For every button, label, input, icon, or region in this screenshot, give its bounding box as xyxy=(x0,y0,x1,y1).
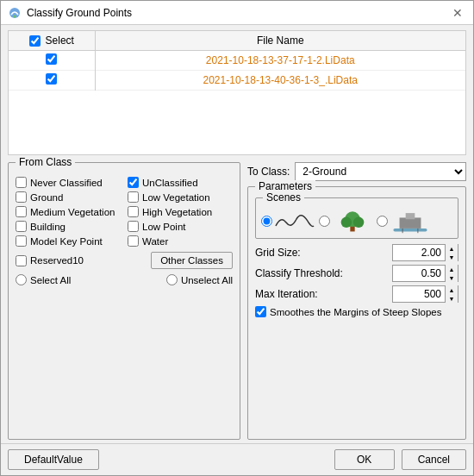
from-class-grid: Never Classified UnClassified Ground Low… xyxy=(16,177,233,247)
app-icon xyxy=(8,6,22,20)
file-table: Select File Name 2021-10-18-13-37-17-1-2… xyxy=(9,31,465,91)
from-class-fc_high_veg: High Vegetation xyxy=(128,206,233,217)
grid-size-label: Grid Size: xyxy=(255,247,301,259)
table-row: 2021-10-18-13-40-36-1-3_.LiData xyxy=(9,71,465,91)
scene-option-2 xyxy=(319,207,373,235)
from-class-legend: From Class xyxy=(16,156,75,168)
title-bar: Classify Ground Points ✕ xyxy=(1,1,473,25)
max-iteration-input-wrap: ▲ ▼ xyxy=(392,285,458,303)
from-class-fc_ground: Ground xyxy=(16,191,121,203)
max-iteration-label: Max Iteration: xyxy=(255,288,318,300)
classify-threshold-row: Classify Threshold: ▲ ▼ xyxy=(255,265,458,282)
file-table-body: 2021-10-18-13-37-17-1-2.LiData 2021-10-1… xyxy=(9,51,465,91)
col-header-filename: File Name xyxy=(95,31,465,51)
max-iteration-input[interactable] xyxy=(393,286,445,302)
select-all-radio-item: Select All xyxy=(16,274,71,285)
to-class-select[interactable]: 2-Ground1-Unclassified3-Low Vegetation4-… xyxy=(295,162,466,181)
classify-threshold-input-wrap: ▲ ▼ xyxy=(392,265,458,282)
max-iteration-down[interactable]: ▼ xyxy=(446,294,458,303)
close-button[interactable]: ✕ xyxy=(449,4,466,22)
checkbox-fc_med_veg[interactable] xyxy=(16,206,27,217)
from-class-fc_water: Water xyxy=(128,235,233,247)
scenes-panel: Scenes xyxy=(255,197,458,239)
default-value-button[interactable]: DefaultValue xyxy=(8,449,99,470)
svg-point-1 xyxy=(14,15,16,17)
smooth-label: Smoothes the Margins of Steep Slopes xyxy=(270,307,441,317)
from-class-fc_med_veg: Medium Vegetation xyxy=(16,206,121,217)
checkbox-fc_ground[interactable] xyxy=(16,191,27,203)
parameters-panel: Parameters Scenes xyxy=(247,186,466,440)
scene-option-3 xyxy=(377,207,431,235)
other-classes-button[interactable]: Other Classes xyxy=(151,252,233,269)
checkbox-fc_low_veg[interactable] xyxy=(128,191,139,203)
max-iteration-spinner: ▲ ▼ xyxy=(445,285,458,303)
from-class-fc_low_veg: Low Vegetation xyxy=(128,191,233,203)
classify-threshold-down[interactable]: ▼ xyxy=(446,273,458,282)
unselect-all-radio-item: Unselect All xyxy=(166,274,233,285)
ok-button[interactable]: OK xyxy=(334,449,395,470)
cancel-button[interactable]: Cancel xyxy=(402,449,466,470)
scene-icon-2 xyxy=(332,207,373,235)
grid-size-down[interactable]: ▼ xyxy=(446,253,458,261)
svg-rect-8 xyxy=(393,229,427,232)
from-class-fc_building: Building xyxy=(16,221,121,232)
main-window: Classify Ground Points ✕ Select File Nam… xyxy=(0,0,474,476)
title-bar-left: Classify Ground Points xyxy=(8,6,132,20)
max-iteration-up[interactable]: ▲ xyxy=(446,285,458,294)
bottom-section: From Class Never Classified UnClassified… xyxy=(1,159,473,443)
svg-rect-6 xyxy=(400,217,421,228)
window-title: Classify Ground Points xyxy=(27,7,132,19)
classify-threshold-spinner: ▲ ▼ xyxy=(445,265,458,282)
scenes-legend: Scenes xyxy=(263,191,304,204)
unselect-all-radio[interactable] xyxy=(166,274,178,285)
classify-threshold-label: Classify Threshold: xyxy=(255,267,343,279)
table-row: 2021-10-18-13-37-17-1-2.LiData xyxy=(9,51,465,71)
scene-radio-2[interactable] xyxy=(319,216,330,227)
col-header-select: Select xyxy=(9,31,95,51)
parameters-legend: Parameters xyxy=(255,180,315,192)
svg-rect-7 xyxy=(406,213,415,219)
scene-icon-3 xyxy=(390,207,431,235)
reserved10-checkbox[interactable] xyxy=(16,255,27,266)
select-all-checkbox[interactable] xyxy=(29,35,41,47)
row-filename-0: 2021-10-18-13-37-17-1-2.LiData xyxy=(95,51,465,71)
checkbox-fc_water[interactable] xyxy=(128,235,139,247)
select-all-radio[interactable] xyxy=(16,274,27,285)
scene-icon-1 xyxy=(274,207,315,235)
checkbox-fc_never[interactable] xyxy=(16,177,27,188)
scene-radio-1[interactable] xyxy=(261,216,272,227)
file-table-container: Select File Name 2021-10-18-13-37-17-1-2… xyxy=(8,30,466,155)
checkbox-fc_high_veg[interactable] xyxy=(128,206,139,217)
checkbox-fc_unclassified[interactable] xyxy=(128,177,139,188)
grid-size-up[interactable]: ▲ xyxy=(446,244,458,253)
grid-size-row: Grid Size: ▲ ▼ xyxy=(255,244,458,261)
footer-right: OK Cancel xyxy=(334,449,466,470)
footer-left: DefaultValue xyxy=(8,449,99,470)
max-iteration-row: Max Iteration: ▲ ▼ xyxy=(255,285,458,303)
svg-point-4 xyxy=(341,217,352,228)
grid-size-input-wrap: ▲ ▼ xyxy=(392,244,458,261)
from-class-fc_never: Never Classified xyxy=(16,177,121,188)
grid-size-spinner: ▲ ▼ xyxy=(445,244,458,261)
table-header-row: Select File Name xyxy=(9,31,465,51)
checkbox-fc_low_point[interactable] xyxy=(128,221,139,232)
checkbox-fc_model_key[interactable] xyxy=(16,235,27,247)
grid-size-input[interactable] xyxy=(393,245,445,260)
row-checkbox-1[interactable] xyxy=(46,73,57,85)
to-class-row: To Class: 2-Ground1-Unclassified3-Low Ve… xyxy=(247,162,466,181)
smooth-checkbox[interactable] xyxy=(255,306,266,317)
row-checkbox-0[interactable] xyxy=(46,53,57,65)
classify-threshold-input[interactable] xyxy=(393,266,445,281)
from-class-fc_unclassified: UnClassified xyxy=(128,177,233,188)
scene-radio-3[interactable] xyxy=(377,216,388,227)
right-panel: To Class: 2-Ground1-Unclassified3-Low Ve… xyxy=(247,162,466,440)
from-class-fc_model_key: Model Key Point xyxy=(16,235,121,247)
svg-point-5 xyxy=(353,217,364,228)
from-class-fc_low_point: Low Point xyxy=(128,221,233,232)
scene-option-1 xyxy=(261,207,315,235)
smooth-row: Smoothes the Margins of Steep Slopes xyxy=(255,306,458,317)
scenes-row xyxy=(261,207,452,235)
checkbox-fc_building[interactable] xyxy=(16,221,27,232)
reserved10-item: Reserved10 xyxy=(16,255,84,266)
classify-threshold-up[interactable]: ▲ xyxy=(446,265,458,273)
